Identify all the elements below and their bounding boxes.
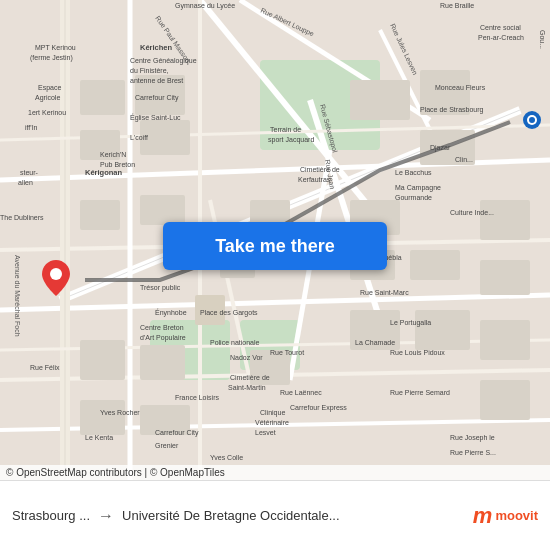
- destination-pin: [42, 260, 70, 296]
- arrow-icon: →: [98, 507, 114, 525]
- svg-text:Carrefour City: Carrefour City: [155, 429, 199, 437]
- moovit-m-letter: m: [473, 503, 493, 529]
- svg-text:Avenue du Maréchal Foch: Avenue du Maréchal Foch: [14, 255, 21, 337]
- moovit-brand-name: moovit: [495, 508, 538, 523]
- svg-text:Rue Braille: Rue Braille: [440, 2, 474, 9]
- svg-text:Clinique: Clinique: [260, 409, 285, 417]
- svg-text:Yves Rocher: Yves Rocher: [100, 409, 140, 416]
- svg-text:Rue Louis Pidoux: Rue Louis Pidoux: [390, 349, 445, 356]
- svg-rect-29: [140, 195, 185, 225]
- svg-text:Pen-ar-Creach: Pen-ar-Creach: [478, 34, 524, 41]
- svg-rect-37: [415, 310, 470, 350]
- svg-text:d'Art Populaire: d'Art Populaire: [140, 334, 186, 342]
- svg-text:Gou...: Gou...: [539, 30, 546, 49]
- svg-text:antenne de Brest: antenne de Brest: [130, 77, 183, 84]
- svg-text:Centre Généalogique: Centre Généalogique: [130, 57, 197, 65]
- svg-text:Espace: Espace: [38, 84, 61, 92]
- svg-text:Yves Colle: Yves Colle: [210, 454, 243, 461]
- svg-text:Le Kenta: Le Kenta: [85, 434, 113, 441]
- svg-point-124: [529, 117, 535, 123]
- svg-text:Carrefour Express: Carrefour Express: [290, 404, 347, 412]
- svg-rect-30: [350, 80, 410, 120]
- svg-text:Gymnase du Lycée: Gymnase du Lycée: [175, 2, 235, 10]
- svg-text:Place des Gargots: Place des Gargots: [200, 309, 258, 317]
- map-area: Rue Paul Masson Rue Albert Louppe Rue Ju…: [0, 0, 550, 480]
- svg-text:Rue Pierre S...: Rue Pierre S...: [450, 449, 496, 456]
- svg-rect-38: [80, 340, 125, 380]
- svg-text:Djazar: Djazar: [430, 144, 451, 152]
- svg-text:Lesvet: Lesvet: [255, 429, 276, 436]
- svg-text:Saint-Martin: Saint-Martin: [228, 384, 266, 391]
- svg-text:Cimetière de: Cimetière de: [230, 374, 270, 381]
- svg-text:Rue Joseph le: Rue Joseph le: [450, 434, 495, 442]
- take-me-there-button[interactable]: Take me there: [163, 222, 387, 270]
- svg-text:Le Portugalla: Le Portugalla: [390, 319, 431, 327]
- svg-text:Agricole: Agricole: [35, 94, 60, 102]
- svg-text:Kerfautras: Kerfautras: [298, 176, 331, 183]
- svg-text:Vétérinaire: Vétérinaire: [255, 419, 289, 426]
- svg-text:Culture Inde...: Culture Inde...: [450, 209, 494, 216]
- svg-text:Centre social: Centre social: [480, 24, 521, 31]
- svg-text:(ferme Jestin): (ferme Jestin): [30, 54, 73, 62]
- moovit-logo: m moovit: [473, 503, 538, 529]
- svg-text:Terrain de: Terrain de: [270, 126, 301, 133]
- svg-text:Gourmande: Gourmande: [395, 194, 432, 201]
- svg-text:Place de Strasbourg: Place de Strasbourg: [420, 106, 484, 114]
- svg-text:Église Saint-Luc: Église Saint-Luc: [130, 113, 181, 122]
- svg-rect-47: [480, 320, 530, 360]
- svg-text:Grenier: Grenier: [155, 442, 179, 449]
- svg-text:Le Bacchus: Le Bacchus: [395, 169, 432, 176]
- svg-text:allen: allen: [18, 179, 33, 186]
- svg-text:France Loisirs: France Loisirs: [175, 394, 219, 401]
- svg-text:Rue Pierre Semard: Rue Pierre Semard: [390, 389, 450, 396]
- svg-text:iff'In: iff'In: [25, 124, 38, 131]
- svg-text:L'coiff: L'coiff: [130, 134, 148, 141]
- svg-point-121: [50, 268, 62, 280]
- svg-text:MPT Kerinou: MPT Kerinou: [35, 44, 76, 51]
- svg-text:Ma Campagne: Ma Campagne: [395, 184, 441, 192]
- map-attribution: © OpenStreetMap contributors | © OpenMap…: [0, 465, 550, 480]
- svg-text:Rue Félix: Rue Félix: [30, 364, 60, 371]
- svg-rect-46: [480, 260, 530, 295]
- svg-rect-48: [480, 380, 530, 420]
- svg-text:Carrefour City: Carrefour City: [135, 94, 179, 102]
- svg-rect-28: [80, 200, 120, 230]
- svg-text:Rue Laënnec: Rue Laënnec: [280, 389, 322, 396]
- svg-text:Kérigonan: Kérigonan: [85, 168, 123, 177]
- svg-text:Énynhobe: Énynhobe: [155, 308, 187, 317]
- origin-dot: [522, 110, 542, 130]
- svg-text:Nadoz Vor: Nadoz Vor: [230, 354, 263, 361]
- svg-text:Monceau Fleurs: Monceau Fleurs: [435, 84, 486, 91]
- svg-text:Pub Breton: Pub Breton: [100, 161, 135, 168]
- svg-text:du Finistère,: du Finistère,: [130, 67, 169, 74]
- svg-text:sport Jacquard: sport Jacquard: [268, 136, 314, 144]
- svg-text:La Chamade: La Chamade: [355, 339, 395, 346]
- svg-text:Trésor public: Trésor public: [140, 284, 181, 292]
- svg-text:Rue Tourot: Rue Tourot: [270, 349, 304, 356]
- svg-text:Rue Saint-Marc: Rue Saint-Marc: [360, 289, 409, 296]
- svg-text:Kérichen: Kérichen: [140, 43, 173, 52]
- svg-rect-39: [140, 345, 185, 380]
- from-location: Strasbourg ...: [12, 508, 90, 523]
- svg-rect-24: [80, 80, 125, 115]
- svg-rect-35: [410, 250, 460, 280]
- svg-text:Centre Breton: Centre Breton: [140, 324, 184, 331]
- svg-text:steur-: steur-: [20, 169, 39, 176]
- svg-text:1ert Kerinou: 1ert Kerinou: [28, 109, 66, 116]
- svg-text:Clin...: Clin...: [455, 156, 473, 163]
- svg-rect-42: [80, 400, 125, 435]
- svg-text:Kerich'N: Kerich'N: [100, 151, 126, 158]
- svg-rect-45: [480, 200, 530, 240]
- svg-text:Cimetière de: Cimetière de: [300, 166, 340, 173]
- to-location: Université De Bretagne Occidentale...: [122, 508, 465, 523]
- svg-text:The Dubliners: The Dubliners: [0, 214, 44, 221]
- svg-text:Police nationale: Police nationale: [210, 339, 260, 346]
- navigation-bar: Strasbourg ... → Université De Bretagne …: [0, 480, 550, 550]
